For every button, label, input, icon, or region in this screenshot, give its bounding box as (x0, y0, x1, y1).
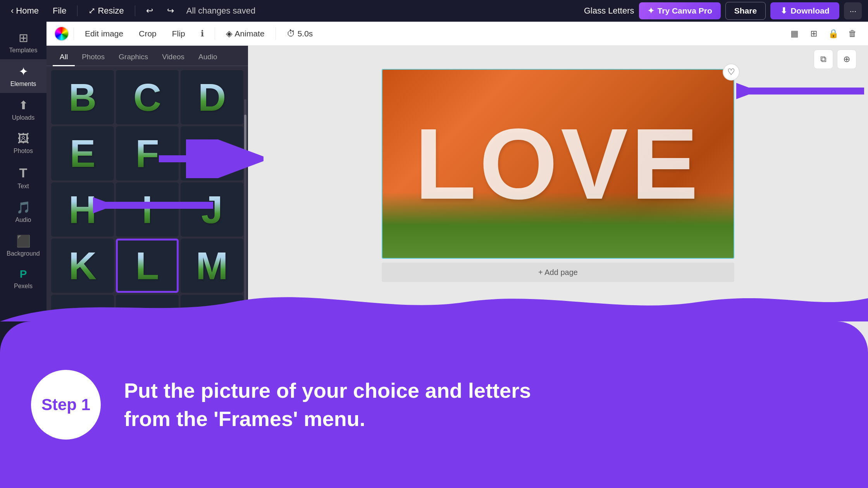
delete-button[interactable]: 🗑 (845, 26, 860, 41)
uploads-icon: ⬆ (19, 98, 28, 112)
info-icon: ℹ (201, 29, 204, 39)
elements-label: Elements (10, 81, 36, 88)
toolbar-separator (74, 27, 74, 40)
more-icon: ··· (849, 6, 856, 15)
transparency-button[interactable]: ⊞ (806, 26, 822, 41)
frame-b[interactable]: B (51, 70, 114, 124)
edit-image-button[interactable]: Edit image (79, 26, 129, 41)
panel-tabs: All Photos Graphics Videos Audio (46, 49, 248, 66)
info-button[interactable]: ℹ (195, 26, 210, 41)
toolbar-separator-2 (215, 27, 215, 40)
sidebar-item-photos[interactable]: 🖼 Photos (0, 127, 46, 160)
redo-icon: ↪ (167, 6, 174, 16)
add-page-label: + Add page (538, 268, 578, 277)
photos-icon: 🖼 (17, 132, 29, 145)
filter-icon: ▦ (790, 29, 799, 39)
frame-d[interactable]: D (181, 70, 243, 124)
background-icon: ⬛ (16, 234, 31, 248)
nav-divider (77, 5, 78, 16)
tab-graphics[interactable]: Graphics (112, 49, 155, 66)
undo-icon: ↩ (146, 6, 153, 16)
frame-m[interactable]: M (181, 239, 243, 293)
duration-button[interactable]: ⏱ 5.0s (281, 26, 319, 42)
sidebar-item-templates[interactable]: ⊞ Templates (0, 26, 46, 59)
toolbar-right-icons: ▦ ⊞ 🔒 🗑 (787, 26, 860, 41)
transparency-icon: ⊞ (810, 29, 817, 39)
bottom-description-text: Put the picture of your choice and lette… (124, 379, 531, 430)
try-canva-label: Try Canva Pro (658, 6, 712, 15)
duration-label: 5.0s (298, 29, 313, 38)
step-circle: Step 1 (31, 370, 101, 440)
trash-icon: 🗑 (848, 29, 857, 39)
sidebar-item-text[interactable]: T Text (0, 160, 46, 195)
tab-audio[interactable]: Audio (191, 49, 224, 66)
love-text-container: LOVE (382, 70, 734, 258)
canva-star-icon: ✦ (648, 6, 654, 15)
download-button[interactable]: ⬇ Download (770, 2, 839, 19)
frame-c[interactable]: C (116, 70, 179, 124)
share-button[interactable]: Share (725, 2, 766, 20)
file-button[interactable]: File (48, 3, 71, 18)
download-label: Download (790, 6, 829, 15)
add-page-bar[interactable]: + Add page (382, 263, 734, 282)
canvas-background: LOVE (382, 70, 734, 258)
filter-icon-button[interactable]: ▦ (787, 26, 802, 41)
color-picker[interactable] (54, 26, 69, 41)
elements-icon: ✦ (19, 65, 28, 78)
arrow-from-right (736, 72, 868, 110)
add-page-button[interactable]: ⊕ (837, 50, 856, 69)
crop-button[interactable]: Crop (133, 26, 163, 41)
lock-icon: 🔒 (828, 29, 839, 39)
audio-icon: 🎵 (16, 201, 31, 214)
sidebar-item-elements[interactable]: ✦ Elements (0, 59, 46, 93)
flip-label: Flip (172, 29, 185, 38)
tab-photos[interactable]: Photos (75, 49, 112, 66)
home-label: Home (16, 6, 39, 16)
resize-button[interactable]: ⤢ Resize (84, 3, 128, 18)
frame-l[interactable]: L (116, 239, 179, 293)
lock-button[interactable]: 🔒 (825, 26, 841, 41)
duplicate-icon: ⧉ (820, 54, 827, 64)
resize-label: Resize (98, 6, 124, 16)
bottom-description: Put the picture of your choice and lette… (124, 376, 531, 433)
try-canva-pro-button[interactable]: ✦ Try Canva Pro (639, 2, 721, 19)
bottom-section: Step 1 Put the picture of your choice an… (0, 321, 868, 488)
nav-divider-2 (135, 5, 135, 16)
redo-button[interactable]: ↪ (162, 3, 179, 18)
project-name: Glass Letters (584, 6, 634, 16)
add-page-icon: ⊕ (843, 54, 850, 64)
frame-e[interactable]: E (51, 126, 114, 180)
canvas-wrapper: ♡ LOVE + Add page (382, 69, 734, 282)
tab-videos[interactable]: Videos (155, 49, 191, 66)
home-button[interactable]: ‹ Home (6, 3, 43, 18)
pexels-icon: P (20, 268, 27, 280)
text-icon: T (19, 165, 28, 180)
top-navigation: ‹ Home File ⤢ Resize ↩ ↪ All changes sav… (0, 0, 868, 22)
clock-icon: ⏱ (287, 29, 295, 39)
sidebar-item-audio[interactable]: 🎵 Audio (0, 195, 46, 229)
duplicate-page-button[interactable]: ⧉ (814, 50, 833, 69)
download-icon: ⬇ (780, 6, 787, 15)
audio-label: Audio (16, 217, 31, 223)
sidebar-item-background[interactable]: ⬛ Background (0, 229, 46, 263)
flip-button[interactable]: Flip (166, 26, 191, 41)
uploads-label: Uploads (12, 114, 35, 121)
wave-top (0, 287, 868, 321)
arrow-right-to-canvas (155, 139, 264, 178)
love-text: LOVE (415, 106, 701, 222)
undo-button[interactable]: ↩ (141, 3, 158, 18)
text-label: Text (17, 183, 29, 190)
tab-all[interactable]: All (53, 49, 75, 66)
more-options-button[interactable]: ··· (844, 2, 862, 19)
chevron-left-icon: ‹ (11, 6, 14, 16)
canvas-image[interactable]: LOVE (382, 69, 734, 259)
resize-icon: ⤢ (88, 6, 95, 16)
image-toolbar: Edit image Crop Flip ℹ ◈ Animate ⏱ 5.0s … (46, 22, 868, 46)
animate-button[interactable]: ◈ Animate (220, 26, 271, 42)
step-label: Step 1 (41, 395, 90, 414)
sidebar-item-uploads[interactable]: ⬆ Uploads (0, 93, 46, 127)
autosave-status: All changes saved (186, 6, 256, 16)
templates-label: Templates (9, 47, 38, 54)
frame-k[interactable]: K (51, 239, 114, 293)
animate-icon: ◈ (226, 29, 232, 39)
